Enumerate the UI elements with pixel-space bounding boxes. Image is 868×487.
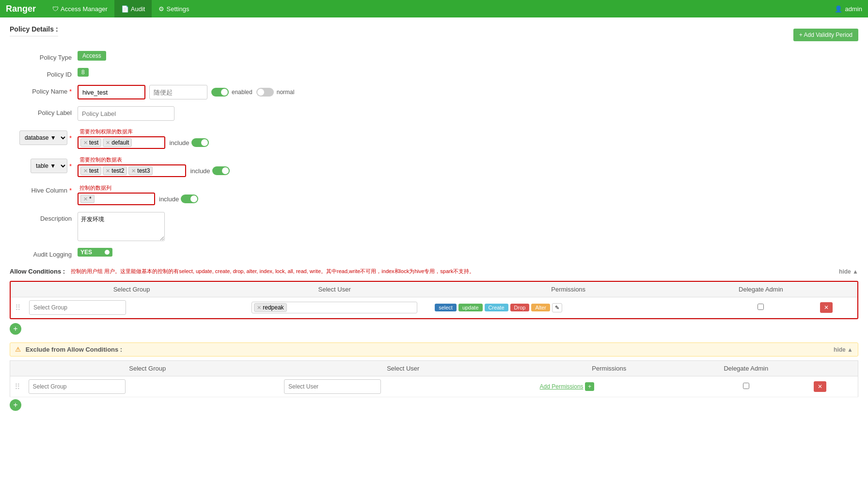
tag-star: ✕ * bbox=[80, 195, 95, 203]
policy-name-row: Policy Name * enabled normal bbox=[10, 85, 858, 99]
select-group-header: Select Group bbox=[25, 282, 238, 297]
tag-test: ✕ test bbox=[80, 138, 101, 147]
database-tag-text-input[interactable] bbox=[133, 139, 162, 146]
allow-conditions-hide[interactable]: hide ▲ bbox=[839, 268, 858, 275]
warning-icon: ⚠ bbox=[15, 346, 21, 353]
tag-test2b: ✕ test2 bbox=[103, 166, 127, 175]
exclude-row-delete-button[interactable]: ✕ bbox=[814, 381, 826, 392]
hive-column-tag-input[interactable]: ✕ * bbox=[78, 193, 155, 205]
allow-conditions-table-wrapper: Select Group Select User Permissions Del… bbox=[10, 281, 858, 319]
allow-row-delete-button[interactable]: ✕ bbox=[820, 302, 833, 313]
exclude-delegate-header: Delegate Admin bbox=[682, 361, 810, 376]
table-type-select[interactable]: table ▼ bbox=[31, 159, 67, 173]
allow-conditions-title: Allow Conditions : bbox=[10, 268, 65, 275]
exclude-conditions-hide[interactable]: hide ▲ bbox=[834, 346, 853, 353]
select-group-input[interactable] bbox=[29, 300, 126, 315]
hive-column-tag-text-input[interactable] bbox=[96, 195, 125, 202]
perm-update-badge[interactable]: update bbox=[458, 304, 483, 311]
policy-name-label: Policy Name * bbox=[10, 85, 78, 95]
tag-test2: ✕ test bbox=[80, 166, 101, 175]
user-tag-container: ✕ redpeak bbox=[252, 302, 417, 313]
shield-icon: 🛡 bbox=[52, 5, 59, 13]
policy-enabled-toggle[interactable]: enabled bbox=[211, 88, 253, 97]
exclude-conditions-title: Exclude from Allow Conditions : bbox=[26, 346, 123, 353]
allow-add-row-button[interactable]: + bbox=[10, 323, 21, 335]
hive-column-resource-row: Hive Column * 控制的数据列 ✕ * include bbox=[10, 184, 858, 205]
table-resource-row: table ▼ * 需要控制的数据表 ✕ test ✕ test2 ✕ test… bbox=[10, 156, 858, 177]
exclude-select-user-input[interactable] bbox=[284, 379, 381, 394]
file-icon: 📄 bbox=[121, 5, 129, 13]
exclude-delegate-checkbox[interactable] bbox=[743, 383, 749, 389]
exclude-delegate-cell bbox=[682, 376, 810, 397]
add-validity-button[interactable]: + Add Validity Period bbox=[793, 29, 858, 41]
select-user-header: Select User bbox=[248, 282, 421, 297]
table-include-toggle: include bbox=[190, 166, 229, 175]
permissions-cell: select update Create Drop Alter ✎ bbox=[431, 297, 706, 318]
action-col-header bbox=[816, 282, 857, 297]
description-row: Description 开发环境 bbox=[10, 212, 858, 241]
user-tag-text-input[interactable] bbox=[288, 304, 317, 311]
perm-alter-badge[interactable]: Alter bbox=[531, 304, 550, 311]
add-permissions-button[interactable]: + bbox=[585, 382, 594, 391]
policy-id-label: Policy ID bbox=[10, 68, 78, 78]
exclude-user-header: Select User bbox=[280, 361, 526, 376]
database-tag-input[interactable]: ✕ test ✕ default bbox=[78, 136, 165, 149]
user-cell: ✕ redpeak bbox=[248, 297, 421, 318]
group-cell bbox=[25, 297, 238, 318]
page-title: Policy Details : bbox=[10, 25, 58, 36]
allow-conditions-table: Select Group Select User Permissions Del… bbox=[11, 282, 857, 318]
exclude-conditions-row: ⠿ Add Permissions + bbox=[10, 376, 858, 397]
table-tag-text-input[interactable] bbox=[154, 167, 183, 174]
description-textarea[interactable]: 开发环境 bbox=[78, 212, 165, 241]
exclude-group-cell bbox=[25, 376, 271, 397]
add-permissions-link[interactable]: Add Permissions bbox=[540, 383, 584, 390]
perm-select-badge[interactable]: select bbox=[435, 304, 457, 311]
gear-icon: ⚙ bbox=[158, 5, 164, 13]
policy-id-row: Policy ID 8 bbox=[10, 68, 858, 78]
policy-label-input[interactable] bbox=[78, 106, 174, 121]
database-include-toggle: include bbox=[169, 138, 208, 147]
tag-test3: ✕ test3 bbox=[128, 166, 153, 175]
group-spacer bbox=[238, 282, 248, 297]
delegate-admin-cell bbox=[706, 297, 816, 318]
brand-logo: Ranger bbox=[6, 4, 36, 14]
exclude-group-header: Select Group bbox=[25, 361, 271, 376]
exclude-permissions-cell: Add Permissions + bbox=[536, 376, 682, 397]
audit-logging-toggle[interactable]: YES bbox=[78, 248, 112, 257]
policy-name-input[interactable] bbox=[78, 85, 145, 99]
admin-area: 👤 admin bbox=[835, 5, 862, 13]
policy-type-row: Policy Type Access bbox=[10, 51, 858, 61]
hive-column-label: Hive Column bbox=[32, 187, 69, 194]
database-annotation: 需要控制权限的数据库 bbox=[79, 129, 133, 134]
policy-id-badge: 8 bbox=[78, 68, 89, 77]
perm-create-badge[interactable]: Create bbox=[485, 304, 508, 311]
database-type-select[interactable]: database ▼ bbox=[19, 130, 67, 145]
audit-logging-label: Audit Logging bbox=[10, 248, 78, 258]
nav-settings[interactable]: ⚙ Settings bbox=[152, 0, 196, 17]
user-spacer bbox=[421, 282, 431, 297]
table-annotation: 需要控制的数据表 bbox=[79, 157, 122, 162]
delegate-admin-header: Delegate Admin bbox=[706, 282, 816, 297]
policy-name-input2[interactable] bbox=[149, 85, 207, 99]
table-tag-input[interactable]: ✕ test ✕ test2 ✕ test3 bbox=[78, 164, 186, 177]
nav-access-manager[interactable]: 🛡 Access Manager bbox=[46, 0, 114, 17]
perm-edit-button[interactable]: ✎ bbox=[552, 303, 562, 312]
allow-conditions-note: 控制的用户组 用户。这里能做基本的控制的有select, update, cre… bbox=[71, 268, 474, 275]
exclude-permissions-header: Permissions bbox=[536, 361, 682, 376]
policy-label-label: Policy Label bbox=[10, 106, 78, 116]
exclude-delete-cell: ✕ bbox=[810, 376, 858, 397]
nav-audit[interactable]: 📄 Audit bbox=[114, 0, 152, 17]
drag-handle[interactable]: ⠿ bbox=[11, 297, 25, 318]
delegate-admin-checkbox[interactable] bbox=[758, 304, 764, 310]
exclude-add-row-button[interactable]: + bbox=[10, 399, 21, 411]
policy-normal-toggle[interactable]: normal bbox=[256, 88, 295, 97]
perm-drop-badge[interactable]: Drop bbox=[510, 304, 530, 311]
exclude-drag-handle[interactable]: ⠿ bbox=[10, 376, 25, 397]
exclude-conditions-table: Select Group Select User Permissions Del… bbox=[10, 360, 858, 397]
exclude-select-group-input[interactable] bbox=[29, 379, 126, 394]
exclude-user-cell bbox=[280, 376, 526, 397]
policy-type-badge: Access bbox=[78, 51, 106, 61]
database-resource-row: database ▼ * 需要控制权限的数据库 ✕ test ✕ default… bbox=[10, 128, 858, 149]
admin-icon: 👤 bbox=[835, 5, 842, 13]
audit-logging-row: Audit Logging YES bbox=[10, 248, 858, 258]
